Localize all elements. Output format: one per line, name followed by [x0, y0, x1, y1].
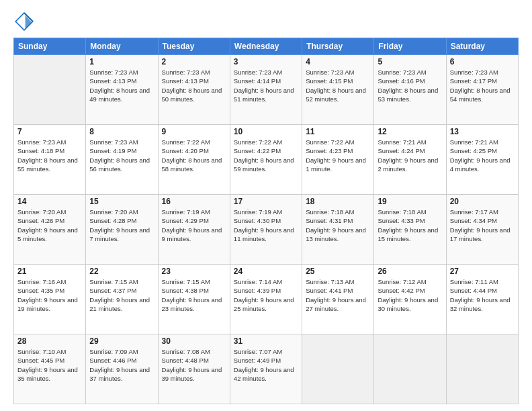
- day-detail: Sunrise: 7:23 AM Sunset: 4:15 PM Dayligh…: [306, 68, 370, 103]
- calendar-week-1: 1Sunrise: 7:23 AM Sunset: 4:13 PM Daylig…: [14, 55, 519, 125]
- day-detail: Sunrise: 7:09 AM Sunset: 4:46 PM Dayligh…: [89, 347, 154, 383]
- calendar-cell: 15Sunrise: 7:20 AM Sunset: 4:28 PM Dayli…: [86, 195, 158, 265]
- day-number: 23: [162, 267, 226, 276]
- calendar-cell: 17Sunrise: 7:19 AM Sunset: 4:30 PM Dayli…: [230, 195, 302, 265]
- day-number: 31: [234, 336, 298, 346]
- day-number: 13: [450, 127, 515, 136]
- day-detail: Sunrise: 7:23 AM Sunset: 4:17 PM Dayligh…: [450, 68, 515, 103]
- calendar-cell: 22Sunrise: 7:15 AM Sunset: 4:37 PM Dayli…: [86, 265, 158, 334]
- day-detail: Sunrise: 7:14 AM Sunset: 4:39 PM Dayligh…: [234, 277, 298, 313]
- calendar-cell: 20Sunrise: 7:17 AM Sunset: 4:34 PM Dayli…: [446, 195, 518, 265]
- day-number: 3: [234, 57, 298, 66]
- day-number: 12: [378, 127, 442, 136]
- day-detail: Sunrise: 7:15 AM Sunset: 4:37 PM Dayligh…: [89, 277, 154, 313]
- day-number: 22: [89, 267, 154, 276]
- weekday-header-row: SundayMondayTuesdayWednesdayThursdayFrid…: [14, 38, 519, 55]
- calendar-table: SundayMondayTuesdayWednesdayThursdayFrid…: [13, 38, 519, 404]
- day-number: 5: [378, 57, 442, 66]
- logo-icon: [13, 11, 35, 32]
- weekday-wednesday: Wednesday: [230, 38, 302, 55]
- calendar-cell: 5Sunrise: 7:23 AM Sunset: 4:16 PM Daylig…: [374, 55, 446, 125]
- calendar-cell: [302, 334, 374, 404]
- calendar-cell: 27Sunrise: 7:11 AM Sunset: 4:44 PM Dayli…: [446, 265, 518, 334]
- day-detail: Sunrise: 7:23 AM Sunset: 4:18 PM Dayligh…: [17, 138, 82, 173]
- day-detail: Sunrise: 7:20 AM Sunset: 4:26 PM Dayligh…: [17, 208, 82, 243]
- calendar-cell: 12Sunrise: 7:21 AM Sunset: 4:24 PM Dayli…: [374, 125, 446, 195]
- day-number: 29: [89, 336, 154, 346]
- day-detail: Sunrise: 7:23 AM Sunset: 4:16 PM Dayligh…: [378, 68, 442, 103]
- calendar-cell: 9Sunrise: 7:22 AM Sunset: 4:20 PM Daylig…: [158, 125, 230, 195]
- calendar-cell: 4Sunrise: 7:23 AM Sunset: 4:15 PM Daylig…: [302, 55, 374, 125]
- weekday-friday: Friday: [374, 38, 446, 55]
- calendar-cell: 26Sunrise: 7:12 AM Sunset: 4:42 PM Dayli…: [374, 265, 446, 334]
- calendar-cell: 29Sunrise: 7:09 AM Sunset: 4:46 PM Dayli…: [86, 334, 158, 404]
- day-detail: Sunrise: 7:23 AM Sunset: 4:13 PM Dayligh…: [162, 68, 226, 103]
- calendar-cell: [446, 334, 518, 404]
- calendar-cell: 14Sunrise: 7:20 AM Sunset: 4:26 PM Dayli…: [14, 195, 86, 265]
- page-header: [13, 11, 519, 32]
- day-detail: Sunrise: 7:12 AM Sunset: 4:42 PM Dayligh…: [378, 277, 442, 313]
- weekday-saturday: Saturday: [446, 38, 518, 55]
- calendar-cell: 19Sunrise: 7:18 AM Sunset: 4:33 PM Dayli…: [374, 195, 446, 265]
- day-detail: Sunrise: 7:18 AM Sunset: 4:33 PM Dayligh…: [378, 208, 442, 243]
- calendar-week-4: 21Sunrise: 7:16 AM Sunset: 4:35 PM Dayli…: [14, 265, 519, 334]
- day-number: 28: [17, 336, 82, 346]
- day-number: 7: [17, 127, 82, 136]
- calendar-cell: 28Sunrise: 7:10 AM Sunset: 4:45 PM Dayli…: [14, 334, 86, 404]
- day-detail: Sunrise: 7:10 AM Sunset: 4:45 PM Dayligh…: [17, 347, 82, 383]
- calendar-cell: 6Sunrise: 7:23 AM Sunset: 4:17 PM Daylig…: [446, 55, 518, 125]
- day-number: 17: [234, 197, 298, 206]
- calendar-week-2: 7Sunrise: 7:23 AM Sunset: 4:18 PM Daylig…: [14, 125, 519, 195]
- day-number: 6: [450, 57, 515, 66]
- day-number: 30: [162, 336, 226, 346]
- weekday-tuesday: Tuesday: [158, 38, 230, 55]
- calendar-cell: 31Sunrise: 7:07 AM Sunset: 4:49 PM Dayli…: [230, 334, 302, 404]
- calendar-cell: 11Sunrise: 7:22 AM Sunset: 4:23 PM Dayli…: [302, 125, 374, 195]
- day-detail: Sunrise: 7:23 AM Sunset: 4:19 PM Dayligh…: [89, 138, 154, 173]
- calendar-cell: [14, 55, 86, 125]
- day-detail: Sunrise: 7:23 AM Sunset: 4:14 PM Dayligh…: [234, 68, 298, 103]
- day-number: 21: [17, 267, 82, 276]
- day-number: 19: [378, 197, 442, 206]
- calendar-cell: 24Sunrise: 7:14 AM Sunset: 4:39 PM Dayli…: [230, 265, 302, 334]
- day-number: 26: [378, 267, 442, 276]
- calendar-cell: 2Sunrise: 7:23 AM Sunset: 4:13 PM Daylig…: [158, 55, 230, 125]
- day-number: 27: [450, 267, 515, 276]
- weekday-thursday: Thursday: [302, 38, 374, 55]
- day-detail: Sunrise: 7:21 AM Sunset: 4:25 PM Dayligh…: [450, 138, 515, 173]
- calendar-cell: [374, 334, 446, 404]
- calendar-cell: 7Sunrise: 7:23 AM Sunset: 4:18 PM Daylig…: [14, 125, 86, 195]
- day-detail: Sunrise: 7:11 AM Sunset: 4:44 PM Dayligh…: [450, 277, 515, 313]
- day-detail: Sunrise: 7:16 AM Sunset: 4:35 PM Dayligh…: [17, 277, 82, 313]
- weekday-sunday: Sunday: [14, 38, 86, 55]
- day-number: 10: [234, 127, 298, 136]
- day-detail: Sunrise: 7:07 AM Sunset: 4:49 PM Dayligh…: [234, 347, 298, 383]
- day-detail: Sunrise: 7:21 AM Sunset: 4:24 PM Dayligh…: [378, 138, 442, 173]
- day-number: 4: [306, 57, 370, 66]
- day-detail: Sunrise: 7:18 AM Sunset: 4:31 PM Dayligh…: [306, 208, 370, 243]
- day-number: 25: [306, 267, 370, 276]
- calendar-cell: 30Sunrise: 7:08 AM Sunset: 4:48 PM Dayli…: [158, 334, 230, 404]
- calendar-cell: 1Sunrise: 7:23 AM Sunset: 4:13 PM Daylig…: [86, 55, 158, 125]
- weekday-monday: Monday: [86, 38, 158, 55]
- day-number: 9: [162, 127, 226, 136]
- day-detail: Sunrise: 7:19 AM Sunset: 4:29 PM Dayligh…: [162, 208, 226, 243]
- day-number: 2: [162, 57, 226, 66]
- day-number: 20: [450, 197, 515, 206]
- logo: [13, 11, 38, 32]
- calendar-week-5: 28Sunrise: 7:10 AM Sunset: 4:45 PM Dayli…: [14, 334, 519, 404]
- calendar-cell: 23Sunrise: 7:15 AM Sunset: 4:38 PM Dayli…: [158, 265, 230, 334]
- day-detail: Sunrise: 7:08 AM Sunset: 4:48 PM Dayligh…: [162, 347, 226, 383]
- calendar-cell: 8Sunrise: 7:23 AM Sunset: 4:19 PM Daylig…: [86, 125, 158, 195]
- day-number: 8: [89, 127, 154, 136]
- calendar-cell: 21Sunrise: 7:16 AM Sunset: 4:35 PM Dayli…: [14, 265, 86, 334]
- calendar-cell: 3Sunrise: 7:23 AM Sunset: 4:14 PM Daylig…: [230, 55, 302, 125]
- day-detail: Sunrise: 7:22 AM Sunset: 4:23 PM Dayligh…: [306, 138, 370, 173]
- day-detail: Sunrise: 7:17 AM Sunset: 4:34 PM Dayligh…: [450, 208, 515, 243]
- day-detail: Sunrise: 7:20 AM Sunset: 4:28 PM Dayligh…: [89, 208, 154, 243]
- day-number: 11: [306, 127, 370, 136]
- calendar-cell: 18Sunrise: 7:18 AM Sunset: 4:31 PM Dayli…: [302, 195, 374, 265]
- day-detail: Sunrise: 7:22 AM Sunset: 4:20 PM Dayligh…: [162, 138, 226, 173]
- calendar-cell: 16Sunrise: 7:19 AM Sunset: 4:29 PM Dayli…: [158, 195, 230, 265]
- day-number: 16: [162, 197, 226, 206]
